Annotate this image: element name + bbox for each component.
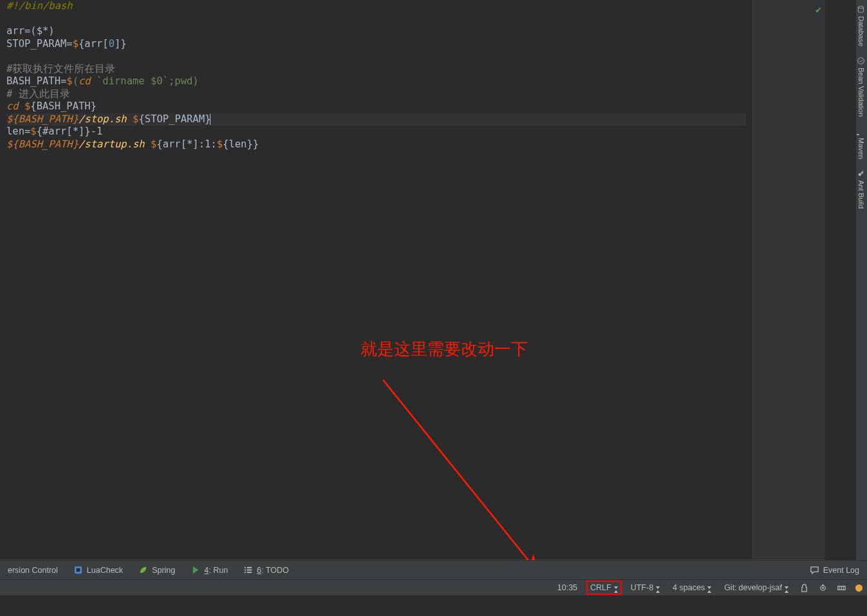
code-editor[interactable]: #!/bin/basharr=($*)STOP_PARAM=${arr[0]}#…	[0, 0, 753, 560]
code-token: /startup.sh	[79, 138, 151, 150]
luacheck-btn[interactable]: LuaCheck	[66, 561, 131, 579]
code-token: BASH_PATH}	[37, 100, 97, 112]
luacheck-label: LuaCheck	[87, 566, 123, 575]
code-token: cd	[79, 75, 97, 87]
dropdown-arrows-icon	[785, 586, 788, 589]
maven-tool-icon: m	[857, 127, 865, 135]
code-token: BASH_PATH=	[6, 75, 66, 87]
code-line[interactable]: BASH_PATH=$(cd `dirname $0`;pwd)	[6, 75, 746, 88]
luacheck-icon	[73, 565, 83, 575]
code-token: $	[217, 138, 223, 150]
bottom-tool-bar: ersion Control LuaCheck Spring 4: Run 6:…	[0, 560, 867, 579]
dropdown-arrows-icon	[707, 586, 711, 589]
code-token: ]}	[115, 38, 127, 50]
maven-tool-label: Maven	[857, 138, 865, 159]
code-token: {	[37, 126, 42, 137]
code-token: *)	[42, 25, 55, 37]
code-line[interactable]: #!/bin/bash	[6, 0, 746, 13]
code-line[interactable]: len=${#arr[*]}-1	[6, 126, 746, 138]
status-bar: 10:35 CRLF UTF-8 4 spaces Git: develop-j…	[0, 579, 867, 595]
database-tool[interactable]: Database	[856, 0, 866, 51]
database-tool-label: Database	[857, 16, 865, 46]
svg-text:m: m	[857, 134, 862, 135]
code-token: {	[138, 113, 144, 125]
code-token: {	[156, 138, 162, 150]
code-line[interactable]: #获取执行文件所在目录	[6, 63, 746, 76]
corner-icon[interactable]	[852, 580, 866, 595]
code-token: BASH_PATH	[19, 138, 73, 150]
svg-point-1	[858, 58, 864, 64]
inspector-icon[interactable]	[815, 580, 831, 595]
event-log-btn[interactable]: Event Log	[802, 561, 867, 579]
svg-point-0	[858, 6, 863, 8]
todo-btn[interactable]: 6: TODO	[236, 561, 297, 579]
code-line[interactable]: cd ${BASH_PATH}	[6, 100, 746, 113]
svg-point-3	[859, 173, 861, 176]
code-line[interactable]: STOP_PARAM=${arr[0]}	[6, 38, 746, 51]
code-token: arr[*]:1:	[163, 138, 217, 150]
code-token: ;	[169, 75, 174, 87]
bean-validation-tool-icon	[857, 57, 865, 65]
svg-rect-14	[245, 572, 246, 573]
code-token: $	[73, 38, 79, 50]
code-token: len}}	[228, 138, 259, 150]
editor-error-stripe: ✔	[753, 0, 825, 560]
code-line[interactable]	[6, 13, 746, 26]
maven-tool[interactable]: mMaven	[856, 122, 866, 164]
code-area[interactable]: #!/bin/basharr=($*)STOP_PARAM=${arr[0]}#…	[0, 0, 752, 151]
code-token: `dirname $0`	[97, 75, 169, 87]
inspection-ok-icon: ✔	[816, 4, 821, 15]
bean-validation-tool-label: Bean Validation	[857, 68, 865, 117]
spring-btn[interactable]: Spring	[131, 561, 183, 579]
code-token: arr=(	[6, 25, 37, 37]
code-token: }	[73, 138, 79, 150]
code-token: {	[30, 100, 36, 112]
code-token: $	[66, 75, 72, 87]
ant-build-tool[interactable]: Ant Build	[856, 164, 866, 214]
ant-build-tool-label: Ant Build	[857, 180, 865, 209]
encoding-selector[interactable]: UTF-8	[626, 580, 665, 595]
right-tool-stripe: DatabaseBean ValidationmMavenAnt Build	[856, 0, 867, 560]
database-tool-icon	[857, 5, 865, 14]
svg-rect-10	[245, 567, 246, 568]
svg-rect-11	[247, 567, 252, 568]
code-token: $	[6, 113, 12, 125]
code-line[interactable]	[6, 50, 746, 63]
code-token: $	[151, 138, 156, 150]
code-token: STOP_PARAM=	[6, 38, 73, 50]
version-control-label: ersion Control	[8, 566, 58, 575]
bean-validation-tool[interactable]: Bean Validation	[856, 51, 866, 122]
code-token: len=	[6, 126, 30, 137]
code-token: # 进入此目录	[6, 88, 70, 100]
caret-position[interactable]: 10:35	[552, 580, 583, 595]
version-control-btn[interactable]: ersion Control	[0, 561, 66, 579]
dropdown-arrows-icon	[656, 586, 660, 589]
git-branch-selector[interactable]: Git: develop-jsaf	[719, 580, 794, 595]
code-token: $	[30, 126, 36, 137]
code-line[interactable]: ${BASH_PATH}/startup.sh ${arr[*]:1:${len…	[6, 138, 746, 151]
code-token: )	[192, 75, 198, 87]
memory-icon[interactable]	[834, 580, 850, 595]
play-icon	[191, 565, 200, 575]
code-token: (	[73, 75, 79, 87]
run-btn[interactable]: 4: Run	[183, 561, 236, 579]
window-root: { "code": { "tokens": [ [ {"t":"#!/bin/b…	[0, 0, 867, 616]
code-line[interactable]: ${BASH_PATH}/stop.sh ${STOP_PARAM}	[6, 113, 746, 126]
code-token: #获取执行文件所在目录	[6, 63, 115, 75]
lock-icon[interactable]	[796, 580, 812, 595]
code-line[interactable]: arr=($*)	[6, 25, 746, 38]
indent-selector[interactable]: 4 spaces	[667, 580, 716, 595]
code-token: BASH_PATH	[19, 113, 73, 125]
code-token: {	[12, 138, 18, 150]
code-token: 0	[109, 38, 115, 50]
line-separator-selector[interactable]: CRLF	[586, 581, 622, 595]
code-token: pwd	[174, 75, 192, 87]
code-token: {	[223, 138, 228, 150]
code-token: $	[133, 113, 138, 125]
svg-point-18	[822, 587, 824, 589]
todo-label: 6: TODO	[257, 566, 289, 575]
svg-point-23	[855, 584, 862, 591]
code-line[interactable]: # 进入此目录	[6, 88, 746, 101]
event-log-label: Event Log	[823, 566, 859, 575]
svg-rect-12	[245, 570, 246, 571]
